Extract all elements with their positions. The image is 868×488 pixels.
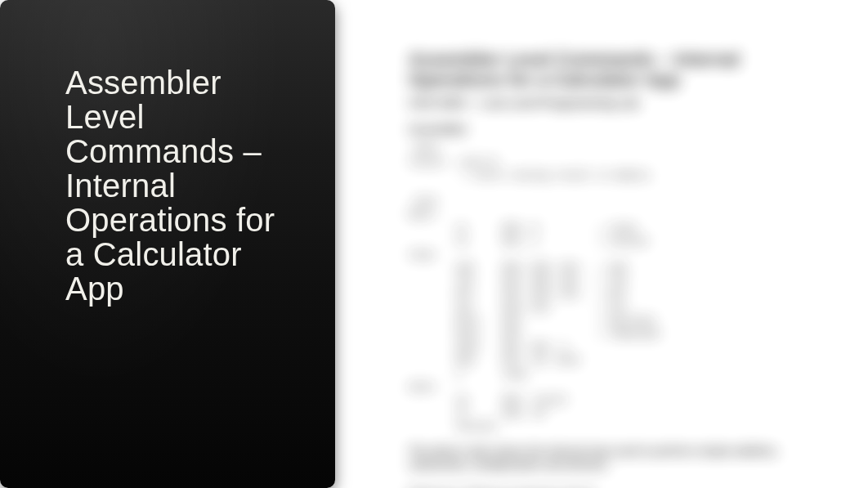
preview-code: .data result: .word 0 ; store running re… xyxy=(409,142,794,433)
preview-section-label: Assembler xyxy=(409,122,794,137)
document-container: Assembler Level Commands – Internal Oper… xyxy=(0,0,868,488)
preview-paragraph: The above code shows the internal loop u… xyxy=(409,444,794,472)
preview-subheading: CSCI 2020 — Low Level Programming Lab xyxy=(409,96,794,111)
content-panel: Assembler Level Commands – Internal Oper… xyxy=(335,0,868,488)
title-panel: Assembler Level Commands – Internal Oper… xyxy=(0,0,335,488)
blurred-preview: Assembler Level Commands – Internal Oper… xyxy=(384,41,819,447)
document-title: Assembler Level Commands – Internal Oper… xyxy=(65,65,286,306)
preview-heading: Assembler Level Commands – Internal Oper… xyxy=(409,49,794,91)
